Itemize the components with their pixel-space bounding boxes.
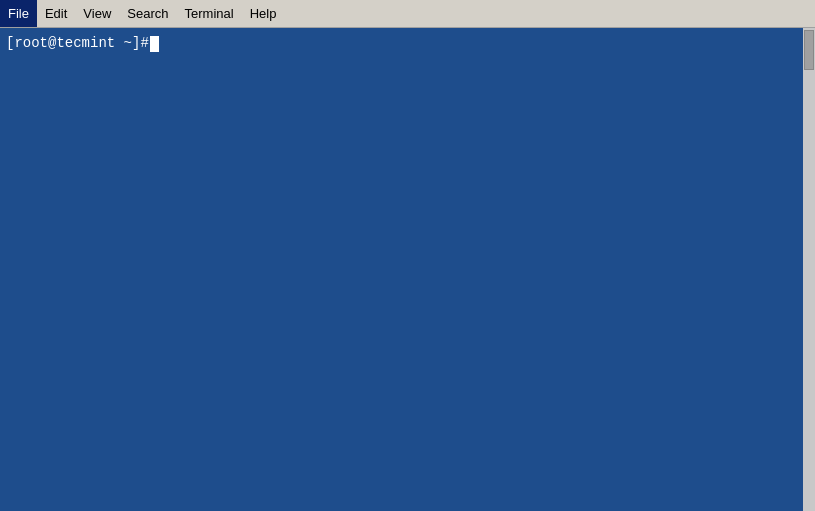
- menu-file[interactable]: File: [0, 0, 37, 27]
- menu-search[interactable]: Search: [119, 0, 176, 27]
- menu-edit[interactable]: Edit: [37, 0, 75, 27]
- scrollbar[interactable]: [803, 28, 815, 511]
- menubar: File Edit View Search Terminal Help: [0, 0, 815, 28]
- menu-view[interactable]: View: [75, 0, 119, 27]
- terminal-prompt: [root@tecmint ~]#: [6, 34, 149, 54]
- terminal-cursor: [150, 36, 159, 52]
- menu-terminal[interactable]: Terminal: [177, 0, 242, 27]
- scrollbar-thumb[interactable]: [804, 30, 814, 70]
- menu-help[interactable]: Help: [242, 0, 285, 27]
- terminal-area[interactable]: [root@tecmint ~]#: [0, 28, 815, 511]
- terminal-prompt-line: [root@tecmint ~]#: [6, 34, 809, 54]
